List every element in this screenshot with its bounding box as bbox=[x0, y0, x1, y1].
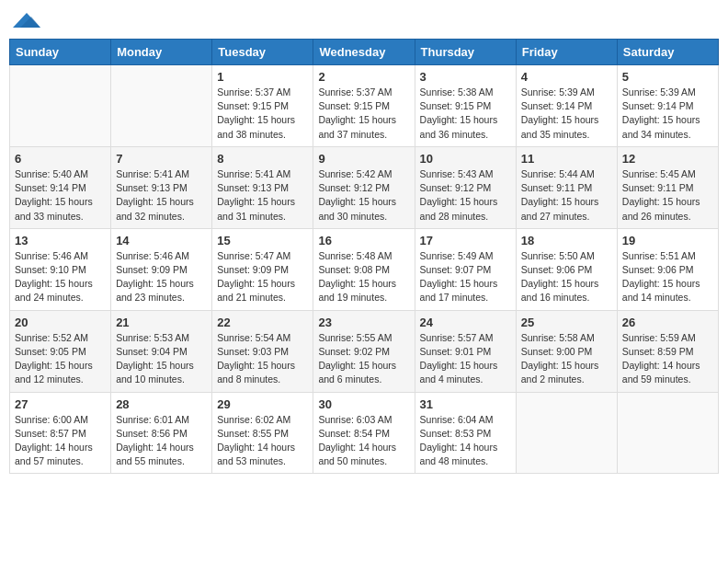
daylight-text: Daylight: 14 hours and 48 minutes. bbox=[420, 442, 498, 466]
day-info: Sunrise: 5:39 AM Sunset: 9:14 PM Dayligh… bbox=[622, 86, 713, 142]
day-info: Sunrise: 6:00 AM Sunset: 8:57 PM Dayligh… bbox=[15, 413, 106, 469]
sunset-text: Sunset: 9:13 PM bbox=[116, 182, 188, 193]
daylight-text: Daylight: 15 hours and 36 minutes. bbox=[420, 114, 498, 139]
sunrise-text: Sunrise: 5:37 AM bbox=[217, 86, 290, 98]
day-number: 9 bbox=[318, 152, 409, 166]
day-number: 30 bbox=[318, 397, 409, 411]
daylight-text: Daylight: 15 hours and 16 minutes. bbox=[521, 278, 599, 303]
sunrise-text: Sunrise: 5:41 AM bbox=[116, 168, 189, 179]
sunrise-text: Sunrise: 5:39 AM bbox=[521, 86, 595, 98]
sunset-text: Sunset: 9:03 PM bbox=[217, 346, 289, 357]
calendar-week-row: 27 Sunrise: 6:00 AM Sunset: 8:57 PM Dayl… bbox=[10, 392, 719, 474]
sunrise-text: Sunrise: 5:54 AM bbox=[217, 332, 290, 343]
sunset-text: Sunset: 9:14 PM bbox=[521, 100, 593, 111]
sunset-text: Sunset: 9:14 PM bbox=[622, 100, 694, 111]
day-info: Sunrise: 6:01 AM Sunset: 8:56 PM Dayligh… bbox=[116, 413, 207, 469]
day-number: 19 bbox=[622, 234, 713, 247]
calendar-day-cell: 20 Sunrise: 5:52 AM Sunset: 9:05 PM Dayl… bbox=[10, 310, 111, 392]
calendar-day-cell: 10 Sunrise: 5:43 AM Sunset: 9:12 PM Dayl… bbox=[415, 146, 516, 228]
sunset-text: Sunset: 9:11 PM bbox=[521, 182, 593, 193]
calendar-day-cell: 1 Sunrise: 5:37 AM Sunset: 9:15 PM Dayli… bbox=[212, 65, 313, 147]
sunset-text: Sunset: 9:06 PM bbox=[622, 264, 694, 275]
sunrise-text: Sunrise: 5:49 AM bbox=[420, 250, 494, 261]
day-number: 22 bbox=[217, 316, 308, 329]
daylight-text: Daylight: 15 hours and 24 minutes. bbox=[15, 278, 93, 303]
calendar-day-cell: 11 Sunrise: 5:44 AM Sunset: 9:11 PM Dayl… bbox=[516, 146, 617, 228]
daylight-text: Daylight: 15 hours and 19 minutes. bbox=[318, 278, 396, 303]
calendar-day-cell bbox=[111, 65, 212, 147]
sunset-text: Sunset: 9:11 PM bbox=[622, 182, 694, 193]
day-number: 28 bbox=[116, 397, 207, 411]
sunset-text: Sunset: 8:56 PM bbox=[116, 428, 188, 439]
calendar-week-row: 6 Sunrise: 5:40 AM Sunset: 9:14 PM Dayli… bbox=[10, 146, 719, 228]
daylight-text: Daylight: 15 hours and 23 minutes. bbox=[116, 278, 194, 303]
daylight-text: Daylight: 15 hours and 34 minutes. bbox=[622, 114, 700, 139]
day-info: Sunrise: 5:38 AM Sunset: 9:15 PM Dayligh… bbox=[420, 86, 511, 142]
calendar-day-cell: 16 Sunrise: 5:48 AM Sunset: 9:08 PM Dayl… bbox=[313, 228, 415, 310]
calendar-day-cell: 26 Sunrise: 5:59 AM Sunset: 8:59 PM Dayl… bbox=[617, 310, 718, 392]
daylight-text: Daylight: 15 hours and 35 minutes. bbox=[521, 114, 599, 139]
sunset-text: Sunset: 8:54 PM bbox=[318, 428, 390, 439]
daylight-text: Daylight: 14 hours and 50 minutes. bbox=[318, 442, 396, 466]
day-info: Sunrise: 5:58 AM Sunset: 9:00 PM Dayligh… bbox=[521, 331, 612, 387]
day-info: Sunrise: 5:49 AM Sunset: 9:07 PM Dayligh… bbox=[420, 249, 511, 305]
calendar-day-cell: 31 Sunrise: 6:04 AM Sunset: 8:53 PM Dayl… bbox=[415, 392, 516, 474]
calendar-day-cell bbox=[516, 392, 617, 474]
day-number: 17 bbox=[420, 234, 511, 247]
day-of-week-header: Friday bbox=[516, 40, 617, 65]
page-header bbox=[9, 9, 719, 31]
sunrise-text: Sunrise: 5:38 AM bbox=[420, 86, 494, 98]
daylight-text: Daylight: 15 hours and 38 minutes. bbox=[217, 114, 295, 139]
logo-icon bbox=[13, 9, 40, 31]
calendar-day-cell: 4 Sunrise: 5:39 AM Sunset: 9:14 PM Dayli… bbox=[516, 65, 617, 147]
sunset-text: Sunset: 8:53 PM bbox=[420, 428, 492, 439]
day-info: Sunrise: 5:41 AM Sunset: 9:13 PM Dayligh… bbox=[217, 167, 308, 224]
sunset-text: Sunset: 9:06 PM bbox=[521, 264, 593, 275]
day-number: 3 bbox=[420, 70, 511, 84]
day-number: 4 bbox=[521, 70, 612, 84]
day-number: 26 bbox=[622, 316, 713, 329]
daylight-text: Daylight: 15 hours and 17 minutes. bbox=[420, 278, 498, 303]
daylight-text: Daylight: 15 hours and 12 minutes. bbox=[15, 360, 93, 385]
day-number: 5 bbox=[622, 70, 713, 84]
sunrise-text: Sunrise: 5:59 AM bbox=[622, 332, 696, 343]
sunrise-text: Sunrise: 5:50 AM bbox=[521, 250, 595, 261]
sunrise-text: Sunrise: 6:00 AM bbox=[15, 414, 88, 425]
daylight-text: Daylight: 15 hours and 28 minutes. bbox=[420, 196, 498, 221]
calendar-day-cell: 14 Sunrise: 5:46 AM Sunset: 9:09 PM Dayl… bbox=[111, 228, 212, 310]
sunrise-text: Sunrise: 6:02 AM bbox=[217, 414, 290, 425]
day-info: Sunrise: 5:52 AM Sunset: 9:05 PM Dayligh… bbox=[15, 331, 106, 387]
calendar-week-row: 13 Sunrise: 5:46 AM Sunset: 9:10 PM Dayl… bbox=[10, 228, 719, 310]
sunset-text: Sunset: 9:09 PM bbox=[217, 264, 289, 275]
sunrise-text: Sunrise: 5:55 AM bbox=[318, 332, 392, 343]
daylight-text: Daylight: 15 hours and 32 minutes. bbox=[116, 196, 194, 221]
daylight-text: Daylight: 15 hours and 4 minutes. bbox=[420, 360, 498, 385]
day-info: Sunrise: 5:53 AM Sunset: 9:04 PM Dayligh… bbox=[116, 331, 207, 387]
day-number: 6 bbox=[15, 152, 106, 166]
daylight-text: Daylight: 15 hours and 37 minutes. bbox=[318, 114, 396, 139]
sunrise-text: Sunrise: 5:58 AM bbox=[521, 332, 595, 343]
day-of-week-header: Monday bbox=[111, 40, 212, 65]
day-number: 18 bbox=[521, 234, 612, 247]
sunrise-text: Sunrise: 5:43 AM bbox=[420, 168, 494, 179]
day-info: Sunrise: 5:39 AM Sunset: 9:14 PM Dayligh… bbox=[521, 86, 612, 142]
calendar-day-cell: 6 Sunrise: 5:40 AM Sunset: 9:14 PM Dayli… bbox=[10, 146, 111, 228]
daylight-text: Daylight: 15 hours and 33 minutes. bbox=[15, 196, 93, 221]
day-info: Sunrise: 5:46 AM Sunset: 9:09 PM Dayligh… bbox=[116, 249, 207, 305]
calendar-day-cell: 7 Sunrise: 5:41 AM Sunset: 9:13 PM Dayli… bbox=[111, 146, 212, 228]
sunset-text: Sunset: 9:15 PM bbox=[420, 100, 492, 111]
calendar-day-cell: 9 Sunrise: 5:42 AM Sunset: 9:12 PM Dayli… bbox=[313, 146, 415, 228]
day-info: Sunrise: 5:46 AM Sunset: 9:10 PM Dayligh… bbox=[15, 249, 106, 305]
day-info: Sunrise: 5:57 AM Sunset: 9:01 PM Dayligh… bbox=[420, 331, 511, 387]
sunset-text: Sunset: 8:59 PM bbox=[622, 346, 694, 357]
day-number: 31 bbox=[420, 397, 511, 411]
day-info: Sunrise: 5:51 AM Sunset: 9:06 PM Dayligh… bbox=[622, 249, 713, 305]
day-of-week-header: Thursday bbox=[415, 40, 516, 65]
day-number: 14 bbox=[116, 234, 207, 247]
sunrise-text: Sunrise: 5:48 AM bbox=[318, 250, 392, 261]
day-info: Sunrise: 5:37 AM Sunset: 9:15 PM Dayligh… bbox=[318, 86, 409, 142]
calendar-day-cell: 13 Sunrise: 5:46 AM Sunset: 9:10 PM Dayl… bbox=[10, 228, 111, 310]
day-of-week-header: Wednesday bbox=[313, 40, 415, 65]
daylight-text: Daylight: 15 hours and 26 minutes. bbox=[622, 196, 700, 221]
daylight-text: Daylight: 15 hours and 31 minutes. bbox=[217, 196, 295, 221]
